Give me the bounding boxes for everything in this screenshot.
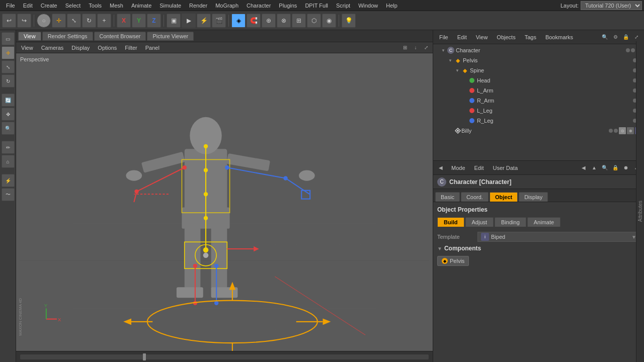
curve-btn[interactable]: 〜 <box>2 188 15 201</box>
camera-zoom-btn[interactable]: 🔍 <box>2 122 15 135</box>
viewport-maximize-icon[interactable]: ⤢ <box>422 43 431 52</box>
build-tab-build[interactable]: Build <box>437 217 464 227</box>
menu-window[interactable]: Window <box>354 2 382 10</box>
sub-menu-view[interactable]: View <box>18 44 36 51</box>
pelvis-component[interactable]: ◆ Pelvis <box>437 256 469 266</box>
timeline-scrubber[interactable] <box>20 354 429 359</box>
prop-menu-mode[interactable]: Mode <box>448 164 468 172</box>
menu-animate[interactable]: Animate <box>127 2 155 10</box>
menu-dpit[interactable]: DPIT Full <box>301 2 332 10</box>
timeline-handle[interactable] <box>143 353 146 360</box>
menu-simulate[interactable]: Simulate <box>155 2 185 10</box>
prop-tab-basic[interactable]: Basic <box>435 192 460 202</box>
camera-button[interactable]: ◉ <box>322 14 336 28</box>
tree-lock-icon[interactable]: 🔒 <box>621 33 630 42</box>
rotate-tool-button[interactable]: ↻ <box>82 14 96 28</box>
light-button[interactable]: 💡 <box>342 14 356 28</box>
menu-mograph[interactable]: MoGraph <box>211 2 243 10</box>
tree-search-icon[interactable]: 🔍 <box>600 33 609 42</box>
template-select[interactable]: i Biped ▼ <box>477 232 640 242</box>
tree-item-l-leg[interactable]: ▶ L_Leg <box>433 106 644 116</box>
tree-menu-tags[interactable]: Tags <box>522 33 539 41</box>
menu-edit[interactable]: Edit <box>19 2 37 10</box>
viewport-center-icon[interactable]: ↓ <box>411 43 420 52</box>
sub-menu-cameras[interactable]: Cameras <box>38 44 67 51</box>
prop-menu-edit[interactable]: Edit <box>471 164 487 172</box>
viewport-style-button[interactable]: ◈ <box>231 14 246 28</box>
camera-pan-btn[interactable]: ✥ <box>2 108 15 121</box>
tree-menu-view[interactable]: View <box>473 33 491 41</box>
tree-menu-file[interactable]: File <box>436 33 451 41</box>
scale-btn[interactable]: ⤡ <box>2 60 15 73</box>
snap-button[interactable]: ⊕ <box>262 14 276 28</box>
viewport-fit-icon[interactable]: ⊞ <box>400 43 410 52</box>
prop-record-icon[interactable]: ⏺ <box>621 163 630 172</box>
menu-character[interactable]: Character <box>243 2 275 10</box>
sub-menu-panel[interactable]: Panel <box>142 44 163 51</box>
render3-button[interactable]: 🎬 <box>212 14 226 28</box>
tab-picture-viewer[interactable]: Picture Viewer <box>147 32 194 41</box>
rigging-btn[interactable]: ⚡ <box>2 174 15 187</box>
y-axis-button[interactable]: Y <box>132 14 146 28</box>
expand-pelvis[interactable]: ▼ <box>447 57 453 63</box>
magnet-button[interactable]: 🧲 <box>247 14 261 28</box>
tree-menu-objects[interactable]: Objects <box>494 33 518 41</box>
snap2-button[interactable]: ⊗ <box>277 14 291 28</box>
render-button[interactable]: ▶ <box>182 14 196 28</box>
tree-item-pelvis[interactable]: ▼ ◆ Pelvis <box>433 55 644 65</box>
menu-script[interactable]: Script <box>332 2 354 10</box>
tree-item-billy[interactable]: ▶ Billy ⊙ ⊕ ✦ <box>433 126 644 136</box>
tree-settings-icon[interactable]: ⚙ <box>611 33 620 42</box>
select-tool-button[interactable]: ○ <box>37 14 51 28</box>
select-rect-button[interactable]: ▭ <box>2 32 15 45</box>
sub-menu-filter[interactable]: Filter <box>122 44 140 51</box>
menu-render[interactable]: Render <box>185 2 211 10</box>
build-tab-adjust[interactable]: Adjust <box>465 217 494 227</box>
z-axis-button[interactable]: Z <box>147 14 161 28</box>
move-button[interactable]: ✛ <box>2 46 15 59</box>
sculpt-btn[interactable]: ⌂ <box>2 155 15 168</box>
build-tab-animate[interactable]: Animate <box>527 217 560 227</box>
menu-file[interactable]: File <box>2 2 19 10</box>
render2-button[interactable]: ⚡ <box>197 14 211 28</box>
tree-item-spine[interactable]: ▼ ◆ Spine <box>433 65 644 75</box>
tree-expand-icon[interactable]: ⤢ <box>632 33 641 42</box>
x-axis-button[interactable]: X <box>117 14 131 28</box>
camera-orbit-btn[interactable]: 🔄 <box>2 94 15 107</box>
expand-character[interactable]: ▼ <box>440 47 446 53</box>
menu-help[interactable]: Help <box>382 2 401 10</box>
scale-tool-button[interactable]: ⤡ <box>67 14 81 28</box>
object-mode-button[interactable]: ▣ <box>167 14 181 28</box>
sub-menu-display[interactable]: Display <box>68 44 93 51</box>
prop-nav-left[interactable]: ◀ <box>579 163 588 172</box>
sub-menu-options[interactable]: Options <box>95 44 120 51</box>
rotate-btn[interactable]: ↻ <box>2 74 15 87</box>
plus-tool-button[interactable]: + <box>97 14 111 28</box>
tree-menu-edit[interactable]: Edit <box>454 33 470 41</box>
undo-button[interactable]: ↩ <box>2 14 16 28</box>
layout-select[interactable]: Tutorial 720 (User) <box>581 1 642 10</box>
prop-tab-coord[interactable]: Coord. <box>461 192 489 202</box>
prop-lock-icon[interactable]: 🔒 <box>611 163 620 172</box>
paint-btn[interactable]: ✏ <box>2 141 15 154</box>
tab-content-browser[interactable]: Content Browser <box>94 32 146 41</box>
expand-spine[interactable]: ▼ <box>454 67 460 73</box>
move-tool-button[interactable]: ✛ <box>52 14 66 28</box>
prop-up-icon[interactable]: ▲ <box>590 163 599 172</box>
prop-tab-display[interactable]: Display <box>519 192 548 202</box>
tree-item-r-leg[interactable]: ▶ R_Leg <box>433 116 644 126</box>
prop-tab-object[interactable]: Object <box>490 192 518 202</box>
viewport-3d[interactable]: Perspective <box>16 53 433 351</box>
prop-menu-user-data[interactable]: User Data <box>490 164 521 172</box>
tree-item-r-arm[interactable]: ▶ R_Arm <box>433 96 644 106</box>
prop-search-icon[interactable]: 🔍 <box>600 163 609 172</box>
wire-button[interactable]: ⬡ <box>307 14 321 28</box>
tree-item-character[interactable]: ▼ C Character ✓ <box>433 45 644 55</box>
redo-button[interactable]: ↪ <box>17 14 31 28</box>
tab-view[interactable]: View <box>18 32 41 41</box>
menu-mesh[interactable]: Mesh <box>106 2 127 10</box>
menu-create[interactable]: Create <box>37 2 61 10</box>
components-section[interactable]: ▼ Components <box>437 245 640 252</box>
grid-button[interactable]: ⊞ <box>292 14 306 28</box>
tree-menu-bookmarks[interactable]: Bookmarks <box>542 33 576 41</box>
